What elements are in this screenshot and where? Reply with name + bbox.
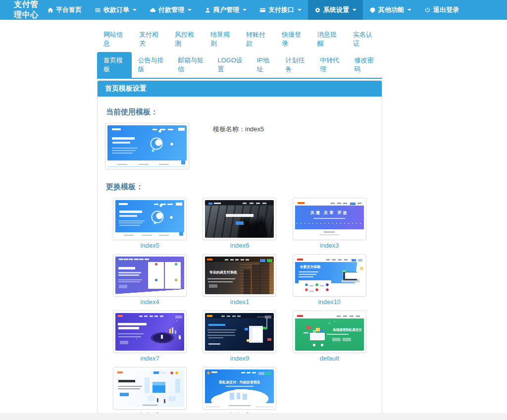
settings-tabs-row1: 网站信息 支付相关 风控检测 结算规则 转账付款 快捷登录 消息提醒 实名认证 [97, 27, 382, 51]
template-thumbnail[interactable] [203, 198, 276, 240]
template-item: index4 [105, 254, 195, 306]
template-item: index9 [195, 311, 284, 362]
template-item: 共建 共享 开放 index3 [285, 198, 374, 249]
template-art: 共建 共享 开放 [295, 200, 364, 238]
template-art [205, 313, 274, 351]
tab-site-info[interactable]: 网站信息 [97, 27, 133, 51]
template-link[interactable]: index3 [320, 242, 339, 249]
credit-card-icon [259, 7, 266, 13]
template-link[interactable]: default [320, 355, 339, 362]
page-footer-band [0, 413, 507, 420]
power-icon [424, 7, 431, 13]
template-thumbnail[interactable]: 全新支付体验 [293, 254, 366, 297]
tab-transfer-payment[interactable]: 转账付款 [240, 27, 275, 51]
thumbnail-caption: 全新支付体验 [300, 264, 321, 269]
home-template-panel: 首页模板设置 当前使用模板： 模板名称：index5 更换模板： index5 [97, 80, 382, 420]
template-thumbnail[interactable]: 彩虹易支付 - 为创业者而生 [203, 367, 276, 410]
tab-real-name-auth[interactable]: 实名认证 [347, 27, 382, 51]
template-link[interactable]: index10 [318, 298, 341, 306]
template-art: 欢迎使用彩虹易支付 [295, 313, 364, 351]
home-icon [47, 7, 53, 13]
nav-item-merchant-management[interactable]: 商户管理 [198, 0, 253, 20]
template-item: index6 [195, 198, 284, 249]
thumbnail-caption: 彩虹易支付 - 为创业者而生 [219, 380, 260, 385]
top-navbar: 支付管理中心 平台首页 收款订单 付款管理 商户管理 支付接口 系统设置 其他功… [0, 0, 507, 20]
tab-ip-address[interactable]: IP地址 [250, 52, 279, 78]
tab-quick-login[interactable]: 快捷登录 [275, 27, 311, 51]
template-art [115, 369, 184, 407]
template-thumbnail[interactable] [113, 254, 187, 297]
tab-home-template[interactable]: 首页模板 [97, 52, 132, 78]
tab-settlement-rules[interactable]: 结算规则 [204, 27, 240, 51]
template-item: 彩虹易支付 - 为创业者而生 index8 [195, 367, 284, 419]
template-link[interactable]: index5 [141, 242, 159, 249]
template-item: index2 [105, 367, 195, 419]
chevron-down-icon [407, 9, 411, 11]
change-template-heading: 更换模板： [106, 182, 374, 192]
template-thumbnail[interactable]: 欢迎使用彩虹易支付 [293, 311, 366, 353]
current-template-row: 模板名称：index5 [105, 123, 374, 169]
template-art [205, 200, 274, 238]
list-icon [95, 7, 101, 13]
app-title: 支付管理中心 [0, 0, 41, 20]
panel-title: 首页模板设置 [98, 81, 382, 97]
tab-message-notify[interactable]: 消息提醒 [311, 27, 347, 51]
template-thumbnail[interactable] [203, 311, 276, 353]
navbar-menu: 平台首页 收款订单 付款管理 商户管理 支付接口 系统设置 其他功能 退出登录 [41, 0, 465, 20]
nav-item-other-functions[interactable]: 其他功能 [363, 0, 418, 20]
tab-email-sms[interactable]: 邮箱与短信 [171, 52, 211, 78]
thumbnail-caption: 欢迎使用彩虹易支付 [333, 328, 362, 332]
nav-item-payout-management[interactable]: 付款管理 [143, 0, 198, 20]
template-art [115, 313, 184, 351]
panel-body: 当前使用模板： 模板名称：index5 更换模板： index5 [98, 97, 382, 420]
tab-announcement-layout[interactable]: 公告与排版 [132, 52, 171, 78]
template-thumbnail[interactable] [113, 311, 187, 353]
cloud-icon [150, 7, 156, 13]
nav-item-system-settings[interactable]: 系统设置 [308, 0, 363, 20]
user-icon [204, 7, 211, 13]
template-item: 专业的易支付系统 index1 [195, 254, 284, 306]
template-item: 全新支付体验 index10 [285, 254, 374, 306]
tab-logo-settings[interactable]: LOGO设置 [211, 52, 250, 78]
template-link[interactable]: index9 [230, 355, 249, 362]
main-content: 网站信息 支付相关 风控检测 结算规则 转账付款 快捷登录 消息提醒 实名认证 … [97, 27, 382, 420]
tab-risk-control[interactable]: 风控检测 [168, 27, 204, 51]
template-art [107, 125, 187, 167]
chevron-down-icon [133, 9, 137, 11]
cube-icon [369, 7, 376, 13]
nav-item-platform-home[interactable]: 平台首页 [41, 0, 88, 20]
template-art [115, 200, 184, 238]
nav-item-payment-interface[interactable]: 支付接口 [253, 0, 308, 20]
thumbnail-caption: 共建 共享 开放 [310, 210, 348, 215]
chevron-down-icon [298, 9, 302, 11]
current-template-thumbnail[interactable] [105, 123, 189, 169]
template-thumbnail[interactable] [113, 367, 187, 410]
template-art: 彩虹易支付 - 为创业者而生 [205, 369, 274, 407]
template-art: 全新支付体验 [295, 257, 364, 294]
template-grid: index5 index6 共建 共享 开放 index3 [105, 198, 374, 419]
template-thumbnail[interactable]: 专业的易支付系统 [203, 254, 276, 297]
nav-item-logout[interactable]: 退出登录 [418, 0, 465, 20]
tab-scheduled-tasks[interactable]: 计划任务 [279, 52, 313, 78]
tab-transit-proxy[interactable]: 中转代理 [313, 52, 348, 78]
chevron-down-icon [188, 9, 192, 11]
template-item: index7 [105, 311, 195, 362]
nav-item-payment-orders[interactable]: 收款订单 [88, 0, 143, 20]
template-link[interactable]: index7 [141, 355, 159, 362]
template-link[interactable]: index4 [141, 298, 159, 306]
template-item: index5 [105, 198, 195, 249]
template-thumbnail[interactable]: 共建 共享 开放 [293, 198, 366, 240]
template-link[interactable]: index6 [230, 242, 249, 249]
template-link[interactable]: index1 [230, 298, 249, 306]
tab-change-password[interactable]: 修改密码 [348, 52, 382, 78]
template-thumbnail[interactable] [113, 198, 187, 240]
settings-tabs-row2: 首页模板 公告与排版 邮箱与短信 LOGO设置 IP地址 计划任务 中转代理 修… [97, 52, 382, 79]
current-template-heading: 当前使用模板： [106, 107, 374, 117]
thumbnail-caption: 专业的易支付系统 [209, 270, 237, 275]
chevron-down-icon [243, 9, 247, 11]
template-art: 专业的易支付系统 [205, 257, 274, 294]
tab-payment-related[interactable]: 支付相关 [133, 27, 168, 51]
current-template-name: 模板名称：index5 [213, 123, 264, 134]
template-item: 欢迎使用彩虹易支付 default [285, 311, 374, 362]
chevron-down-icon [353, 9, 356, 11]
